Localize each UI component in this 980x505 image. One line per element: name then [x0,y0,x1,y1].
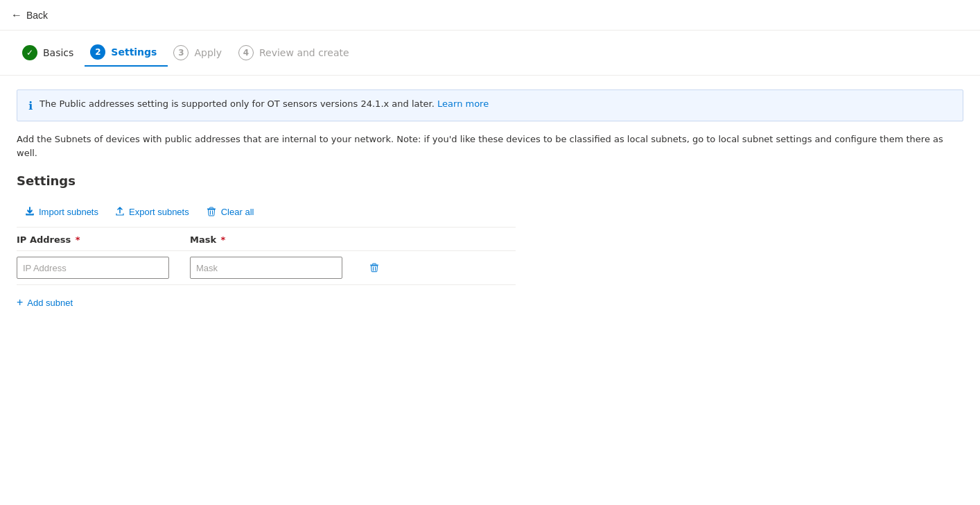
table-header: IP Address * Mask * [17,228,516,251]
import-label: Import subnets [39,207,98,217]
step-apply-circle: 3 [173,45,189,60]
plus-icon: + [17,296,23,309]
main-content: ℹ The Public addresses setting is suppor… [0,76,980,331]
subnet-table: Import subnets Export subnets Cl [17,202,516,317]
export-label: Export subnets [129,207,189,217]
step-apply[interactable]: 3 Apply [168,40,233,66]
step-settings[interactable]: 2 Settings [85,39,168,67]
toolbar: Import subnets Export subnets Cl [17,202,516,228]
mask-input[interactable] [190,257,342,279]
step-review[interactable]: 4 Review and create [233,40,360,66]
step-settings-circle: 2 [90,44,105,60]
step-settings-label: Settings [111,46,157,58]
clear-all-button[interactable]: Clear all [198,202,263,221]
delete-row-button[interactable] [363,259,385,276]
step-review-label: Review and create [259,47,349,58]
import-subnets-button[interactable]: Import subnets [17,203,107,221]
back-arrow-icon: ← [11,9,22,22]
step-basics-label: Basics [43,47,73,58]
mask-cell [190,257,363,279]
section-title: Settings [17,173,963,188]
info-icon: ℹ [28,99,33,112]
back-label: Back [26,10,48,21]
mask-required-star: * [218,234,225,245]
trash-icon [206,206,217,217]
wizard-steps: ✓ Basics 2 Settings 3 Apply 4 Review and… [0,31,980,76]
step-basics[interactable]: ✓ Basics [17,40,85,66]
step-apply-label: Apply [194,47,222,58]
add-subnet-button[interactable]: + Add subnet [17,288,73,317]
ip-column-header: IP Address * [17,234,190,245]
delete-trash-icon [369,262,380,273]
ip-cell [17,257,190,279]
ip-address-input[interactable] [17,257,169,279]
import-icon [25,207,35,216]
add-subnet-label: Add subnet [27,298,73,308]
info-banner-text: The Public addresses setting is supporte… [40,99,489,109]
step-basics-circle: ✓ [22,45,37,60]
mask-column-header: Mask * [190,234,363,245]
learn-more-link[interactable]: Learn more [437,99,489,109]
clear-all-label: Clear all [221,207,254,217]
delete-cell [363,259,405,276]
export-subnets-button[interactable]: Export subnets [107,203,198,221]
ip-required-star: * [72,234,80,245]
info-banner: ℹ The Public addresses setting is suppor… [17,89,963,121]
top-bar: ← Back [0,0,980,31]
table-row [17,251,516,285]
back-button[interactable]: ← Back [11,9,48,22]
description-text: Add the Subnets of devices with public a… [17,132,963,160]
export-icon [115,207,125,216]
step-review-circle: 4 [238,45,254,60]
